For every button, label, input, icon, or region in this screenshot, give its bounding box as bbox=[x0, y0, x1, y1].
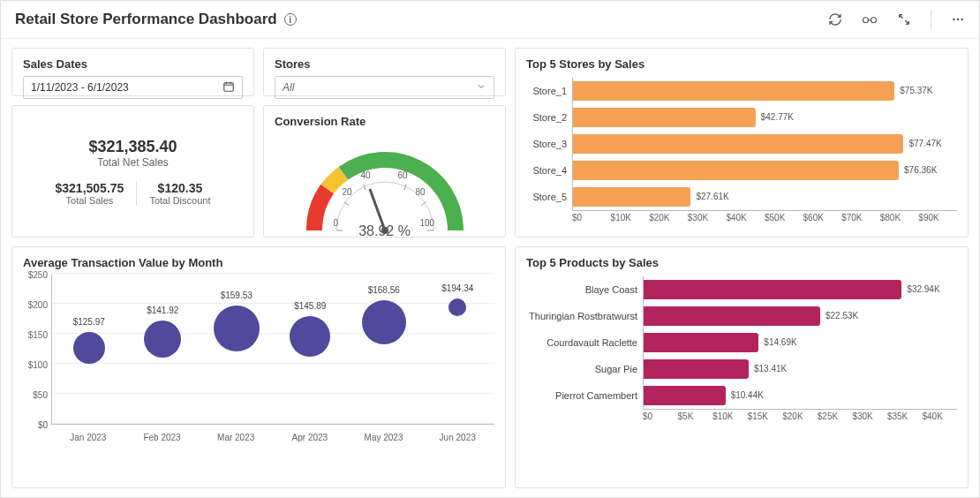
bar-track: $75.37K bbox=[572, 78, 957, 104]
bar-row: Store_5$27.61K bbox=[526, 184, 957, 210]
gauge-tick: 20 bbox=[343, 187, 352, 197]
bar-track: $76.36K bbox=[572, 157, 957, 184]
dashboard-body: Sales Dates 1/11/2023 - 6/1/2023 Stores … bbox=[1, 39, 979, 497]
category-label: Store_2 bbox=[526, 112, 572, 123]
x-tick: Apr 2023 bbox=[273, 433, 347, 442]
category-label: Thuringian Rostbratwurst bbox=[526, 311, 643, 321]
bar-track: $32.94K bbox=[643, 276, 957, 303]
bar-row: Blaye Coast$32.94K bbox=[526, 276, 957, 303]
axis-tick: $30K bbox=[852, 411, 887, 421]
x-axis: $0$10K$20K$30K$40K$50K$60K$70K$80K$90K bbox=[572, 210, 957, 223]
header-left: Retail Store Performance Dashboard i bbox=[15, 11, 297, 28]
bar-fill bbox=[644, 386, 726, 405]
bar-fill bbox=[573, 134, 903, 154]
svg-line-8 bbox=[363, 185, 365, 191]
bubble-point bbox=[214, 306, 260, 351]
svg-line-9 bbox=[403, 185, 405, 191]
atv-card: Average Transaction Value by Month $0$50… bbox=[11, 246, 506, 488]
fullscreen-icon[interactable] bbox=[897, 12, 911, 26]
y-tick: $50 bbox=[33, 390, 48, 400]
category-label: Store_1 bbox=[526, 86, 572, 96]
card-title: Top 5 Products by Sales bbox=[526, 256, 957, 269]
card-title: Conversion Rate bbox=[275, 115, 494, 128]
category-label: Sugar Pie bbox=[526, 364, 643, 374]
bar-value-label: $77.47K bbox=[908, 139, 941, 148]
category-label: Store_3 bbox=[526, 139, 572, 149]
bubble-point bbox=[144, 321, 181, 358]
bar-fill bbox=[644, 333, 758, 352]
info-icon[interactable]: i bbox=[284, 13, 297, 26]
refresh-icon[interactable] bbox=[828, 12, 842, 26]
top-stores-card: Top 5 Stores by Sales Store_1$75.37KStor… bbox=[515, 48, 969, 238]
axis-tick: $60K bbox=[803, 213, 842, 223]
y-tick: $150 bbox=[28, 330, 48, 340]
axis-tick: $35K bbox=[887, 411, 923, 421]
date-range-value: 1/11/2023 - 6/1/2023 bbox=[31, 81, 129, 94]
data-label: $145.89 bbox=[294, 301, 326, 311]
axis-tick: $40K bbox=[726, 213, 765, 223]
axis-tick: $40K bbox=[923, 411, 958, 421]
x-tick: Feb 2023 bbox=[125, 433, 200, 442]
header-actions bbox=[828, 10, 965, 29]
bar-row: Pierrot Camembert$10.44K bbox=[526, 382, 957, 409]
bar-value-label: $75.37K bbox=[900, 86, 932, 95]
stores-select[interactable]: All bbox=[275, 76, 494, 99]
gauge-tick: 0 bbox=[334, 218, 339, 228]
data-label: $125.97 bbox=[73, 317, 105, 327]
bar-row: Sugar Pie$13.41K bbox=[526, 356, 957, 382]
bar-row: Store_3$77.47K bbox=[526, 131, 957, 157]
axis-tick: $20K bbox=[649, 213, 688, 223]
kpi-total-sales-label: Total Sales bbox=[56, 195, 124, 206]
bar-value-label: $32.94K bbox=[907, 284, 939, 294]
data-label: $194.34 bbox=[441, 283, 473, 293]
bar-value-label: $27.61K bbox=[696, 192, 728, 201]
kpi-total-discount-label: Total Discount bbox=[149, 195, 210, 206]
y-tick: $250 bbox=[28, 270, 48, 280]
y-tick: $100 bbox=[28, 360, 48, 370]
x-tick: Jun 2023 bbox=[420, 433, 494, 442]
category-label: Store_4 bbox=[526, 165, 572, 176]
plot-area: $125.97$141.92$159.53$145.89$168.56$194.… bbox=[51, 275, 494, 425]
kpi-sub-row: $321,505.75 Total Sales $120.35 Total Di… bbox=[23, 181, 243, 206]
gauge-tick: 80 bbox=[416, 187, 426, 197]
bar-fill bbox=[573, 108, 756, 127]
data-label: $141.92 bbox=[147, 306, 178, 315]
gauge-tick: 40 bbox=[361, 170, 371, 180]
bar-fill bbox=[644, 280, 901, 299]
kpi-net-sales-value: $321,385.40 bbox=[23, 138, 243, 156]
filter-label: Sales Dates bbox=[23, 57, 243, 71]
bar-fill bbox=[644, 306, 820, 326]
y-tick: $200 bbox=[28, 300, 48, 310]
axis-tick: $25K bbox=[818, 411, 853, 421]
axis-tick: $90K bbox=[918, 213, 957, 223]
more-icon[interactable] bbox=[951, 12, 965, 26]
bar-track: $27.61K bbox=[572, 184, 957, 210]
bar-row: Thuringian Rostbratwurst$22.53K bbox=[526, 303, 957, 329]
bar-value-label: $42.77K bbox=[761, 112, 794, 122]
kpi-card: $321,385.40 Total Net Sales $321,505.75 … bbox=[11, 105, 254, 238]
x-tick: Jan 2023 bbox=[51, 433, 125, 442]
bar-track: $22.53K bbox=[643, 303, 957, 329]
axis-tick: $10K bbox=[611, 213, 650, 223]
gauge-chart: 0 20 40 60 80 100 38.92 % bbox=[288, 133, 482, 239]
conversion-rate-card: Conversion Rate bbox=[263, 105, 506, 238]
kpi-total-sales-value: $321,505.75 bbox=[56, 181, 124, 195]
axis-tick: $0 bbox=[643, 411, 678, 421]
x-tick: May 2023 bbox=[347, 433, 421, 442]
stores-value: All bbox=[283, 81, 294, 94]
x-axis: $0$5K$10K$15K$20K$25K$30K$35K$40K bbox=[643, 409, 957, 421]
svg-point-0 bbox=[863, 18, 869, 23]
category-label: Pierrot Camembert bbox=[526, 390, 643, 401]
bar-row: Store_1$75.37K bbox=[526, 78, 957, 104]
data-label: $168.56 bbox=[368, 285, 400, 295]
filter-stores: Stores All bbox=[263, 48, 506, 96]
top-products-chart: Blaye Coast$32.94KThuringian Rostbratwur… bbox=[526, 275, 957, 409]
axis-tick: $80K bbox=[880, 213, 919, 223]
chevron-down-icon bbox=[476, 81, 486, 94]
bar-track: $10.44K bbox=[643, 382, 957, 409]
kpi-net-sales-label: Total Net Sales bbox=[23, 156, 243, 169]
glasses-icon[interactable] bbox=[862, 13, 878, 26]
filter-sales-dates: Sales Dates 1/11/2023 - 6/1/2023 bbox=[11, 48, 254, 96]
axis-tick: $30K bbox=[688, 213, 727, 223]
date-range-input[interactable]: 1/11/2023 - 6/1/2023 bbox=[23, 76, 243, 99]
